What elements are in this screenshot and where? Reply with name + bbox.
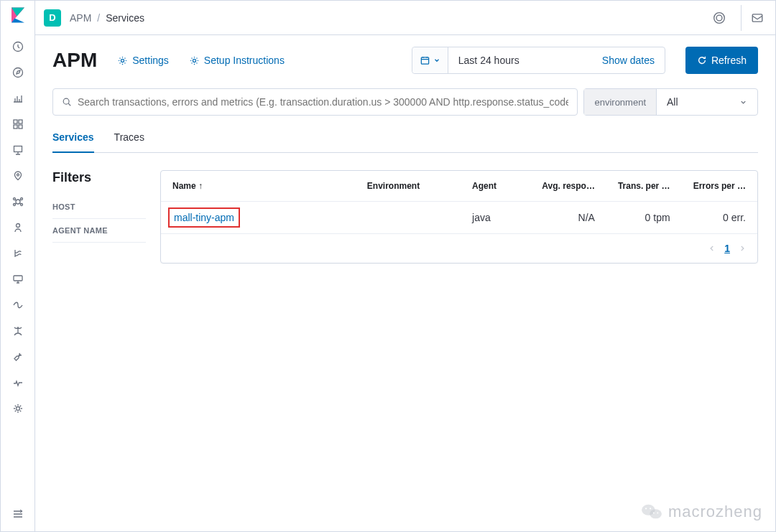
date-picker-value[interactable]: Last 24 hours bbox=[448, 55, 592, 66]
collapse-sidebar-button[interactable] bbox=[6, 503, 29, 526]
settings-label: Settings bbox=[132, 55, 169, 66]
services-table: Name ↑ Environment Agent Avg. respo… Tra… bbox=[160, 170, 758, 263]
page-current[interactable]: 1 bbox=[724, 243, 730, 254]
quick-select-button[interactable] bbox=[412, 47, 448, 73]
svg-point-1 bbox=[13, 68, 22, 78]
gear-icon bbox=[117, 55, 128, 66]
service-link[interactable]: mall-tiny-apm bbox=[174, 212, 234, 223]
chevron-left-icon bbox=[708, 245, 716, 252]
tabs: Services Traces bbox=[52, 124, 758, 153]
nav-ml-icon[interactable] bbox=[6, 190, 29, 213]
help-icon[interactable] bbox=[706, 5, 732, 31]
chevron-right-icon bbox=[739, 245, 746, 252]
cell-tpm: 0 tpm bbox=[606, 202, 682, 234]
col-environment[interactable]: Environment bbox=[356, 171, 461, 202]
nav-dev-tools-icon[interactable] bbox=[6, 345, 29, 368]
refresh-label: Refresh bbox=[711, 55, 747, 66]
setup-instructions-label: Setup Instructions bbox=[204, 55, 285, 66]
breadcrumb: APM / Services bbox=[70, 12, 144, 24]
svg-point-13 bbox=[16, 224, 19, 228]
breadcrumb-current: Services bbox=[106, 12, 144, 24]
cell-errors: 0 err. bbox=[682, 202, 757, 234]
nav-monitoring-icon[interactable] bbox=[6, 371, 29, 394]
setup-instructions-link[interactable]: Setup Instructions bbox=[189, 55, 285, 66]
nav-maps-icon[interactable] bbox=[6, 164, 29, 187]
svg-rect-3 bbox=[19, 120, 22, 123]
svg-rect-4 bbox=[14, 125, 17, 129]
environment-value: All bbox=[667, 96, 678, 108]
environment-filter: environment All bbox=[583, 88, 758, 116]
pagination: 1 bbox=[161, 234, 757, 263]
col-tpm[interactable]: Trans. per … bbox=[606, 171, 682, 202]
page-title: APM bbox=[52, 49, 97, 72]
svg-point-8 bbox=[16, 200, 20, 204]
breadcrumb-app[interactable]: APM bbox=[70, 12, 91, 24]
environment-label: environment bbox=[584, 89, 657, 115]
svg-point-17 bbox=[714, 12, 725, 23]
nav-logs-icon[interactable] bbox=[6, 242, 29, 265]
nav-uptime-icon[interactable] bbox=[6, 294, 29, 317]
main: D APM / Services APM Settings Setup bbox=[35, 1, 775, 531]
tab-traces[interactable]: Traces bbox=[114, 124, 144, 152]
show-dates-link[interactable]: Show dates bbox=[592, 55, 665, 66]
table-header-row: Name ↑ Environment Agent Avg. respo… Tra… bbox=[161, 171, 757, 202]
svg-point-21 bbox=[193, 59, 195, 62]
nav-dashboard-icon[interactable] bbox=[6, 113, 29, 136]
page-prev[interactable] bbox=[708, 243, 716, 254]
calendar-icon bbox=[420, 55, 430, 66]
svg-point-16 bbox=[16, 407, 19, 411]
nav-metrics-icon[interactable] bbox=[6, 216, 29, 239]
sidebar bbox=[1, 1, 35, 531]
svg-rect-5 bbox=[19, 125, 22, 129]
search-icon bbox=[62, 97, 72, 107]
table-row: mall-tiny-apm java N/A 0 tpm 0 err. bbox=[161, 202, 757, 234]
cell-environment bbox=[356, 202, 461, 234]
page-next[interactable] bbox=[739, 243, 746, 254]
svg-rect-22 bbox=[421, 57, 428, 63]
filters-panel: Filters HOST AGENT NAME bbox=[52, 170, 146, 263]
svg-rect-19 bbox=[752, 14, 762, 21]
breadcrumb-separator: / bbox=[97, 12, 100, 24]
gear-icon bbox=[189, 55, 200, 66]
filters-title: Filters bbox=[52, 170, 146, 185]
col-errors[interactable]: Errors per … bbox=[682, 171, 757, 202]
nav-discover-icon[interactable] bbox=[6, 61, 29, 84]
annotation-highlight: mall-tiny-apm bbox=[168, 207, 240, 228]
chevron-down-icon bbox=[433, 57, 440, 64]
cell-agent: java bbox=[461, 202, 530, 234]
svg-point-20 bbox=[121, 59, 124, 62]
col-name[interactable]: Name ↑ bbox=[161, 171, 356, 202]
refresh-button[interactable]: Refresh bbox=[685, 47, 758, 74]
svg-rect-2 bbox=[14, 120, 17, 123]
nav-siem-icon[interactable] bbox=[6, 319, 29, 342]
topbar: D APM / Services bbox=[35, 1, 775, 35]
nav-apm-icon[interactable] bbox=[6, 268, 29, 291]
search-input[interactable] bbox=[52, 88, 578, 116]
nav-management-icon[interactable] bbox=[6, 397, 29, 420]
filter-agent-name[interactable]: AGENT NAME bbox=[52, 219, 146, 243]
col-agent[interactable]: Agent bbox=[461, 171, 530, 202]
tab-services[interactable]: Services bbox=[52, 124, 94, 153]
cell-avg-response: N/A bbox=[530, 202, 606, 234]
svg-rect-14 bbox=[14, 276, 22, 281]
svg-point-18 bbox=[716, 15, 722, 21]
space-selector[interactable]: D bbox=[44, 9, 61, 27]
search-field[interactable] bbox=[78, 96, 568, 108]
svg-rect-6 bbox=[14, 146, 22, 152]
col-avg-response[interactable]: Avg. respo… bbox=[530, 171, 606, 202]
kibana-logo[interactable] bbox=[9, 6, 27, 24]
refresh-icon bbox=[697, 55, 707, 65]
filter-host[interactable]: HOST bbox=[52, 195, 146, 219]
svg-point-23 bbox=[63, 98, 69, 104]
page-header: APM Settings Setup Instructions Last 24 … bbox=[52, 47, 758, 74]
chevron-down-icon bbox=[739, 98, 747, 106]
nav-visualize-icon[interactable] bbox=[6, 87, 29, 110]
settings-link[interactable]: Settings bbox=[117, 55, 169, 66]
nav-recent-icon[interactable] bbox=[6, 35, 29, 58]
svg-point-7 bbox=[17, 174, 19, 176]
nav-canvas-icon[interactable] bbox=[6, 139, 29, 162]
environment-select[interactable]: All bbox=[657, 96, 757, 108]
newsfeed-icon[interactable] bbox=[741, 5, 767, 31]
date-picker: Last 24 hours Show dates bbox=[412, 47, 665, 74]
